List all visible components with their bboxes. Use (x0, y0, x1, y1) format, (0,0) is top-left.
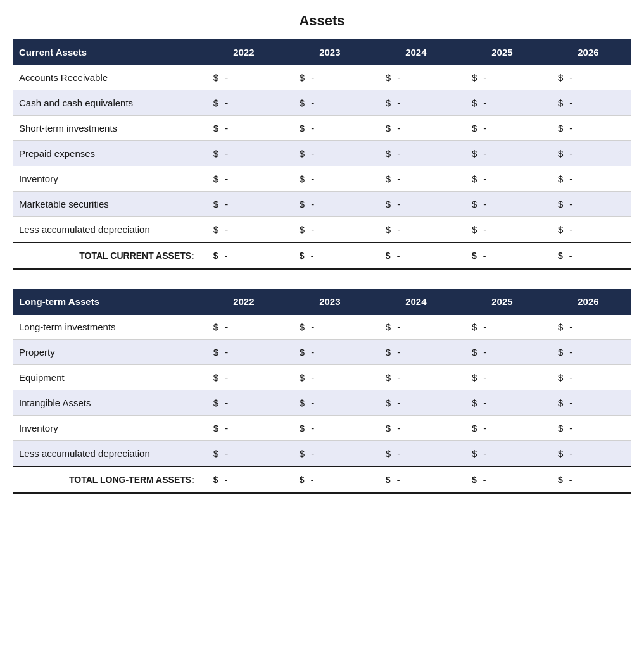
total-value-2: $- (373, 242, 459, 269)
value-text: - (569, 448, 572, 459)
total-value-2: $- (373, 466, 459, 493)
value-text: - (225, 224, 228, 235)
table-row: Inventory$-$-$-$-$- (13, 416, 631, 441)
currency-symbol: $ (558, 148, 563, 159)
currency-symbol: $ (300, 72, 305, 83)
current-assets-section: Current Assets 2022 2023 2024 2025 2026 … (13, 39, 631, 270)
currency-symbol: $ (213, 251, 218, 261)
row-value-1: $- (287, 141, 373, 166)
row-label: Equipment (13, 365, 201, 390)
currency-symbol: $ (558, 448, 563, 459)
currency-symbol: $ (558, 423, 563, 433)
table-row: Intangible Assets$-$-$-$-$- (13, 390, 631, 416)
row-label: Less accumulated depreciation (13, 217, 201, 243)
currency-symbol: $ (472, 251, 477, 261)
value-text: - (569, 148, 572, 159)
currency-symbol: $ (472, 148, 477, 159)
table-row: Equipment$-$-$-$-$- (13, 365, 631, 390)
currency-symbol: $ (300, 199, 305, 209)
total-row: TOTAL CURRENT ASSETS:$-$-$-$-$- (13, 242, 631, 269)
row-value-4: $- (545, 116, 631, 141)
value-text: - (569, 224, 572, 235)
total-value-text: - (311, 251, 314, 261)
currency-symbol: $ (300, 97, 305, 108)
value-text: - (225, 199, 228, 209)
long-term-assets-table: Long-term Assets 2022 2023 2024 2025 202… (13, 289, 631, 494)
value-text: - (397, 199, 400, 209)
value-text: - (311, 347, 314, 358)
row-value-1: $- (287, 90, 373, 116)
row-value-3: $- (459, 441, 545, 467)
currency-symbol: $ (386, 199, 391, 209)
total-value-text: - (483, 251, 486, 261)
value-text: - (311, 72, 314, 83)
value-text: - (569, 372, 572, 383)
total-value-text: - (225, 251, 228, 261)
currency-symbol: $ (300, 148, 305, 159)
row-value-4: $- (545, 390, 631, 416)
value-text: - (397, 321, 400, 332)
currency-symbol: $ (300, 224, 305, 235)
currency-symbol: $ (213, 423, 218, 433)
row-value-1: $- (287, 192, 373, 217)
row-value-2: $- (373, 192, 459, 217)
value-text: - (397, 347, 400, 358)
currency-symbol: $ (386, 347, 391, 358)
currency-symbol: $ (386, 97, 391, 108)
long-term-assets-header-label: Long-term Assets (13, 289, 201, 315)
total-value-3: $- (459, 242, 545, 269)
row-value-0: $- (201, 217, 287, 243)
value-text: - (225, 321, 228, 332)
value-text: - (569, 321, 572, 332)
currency-symbol: $ (558, 199, 563, 209)
current-assets-year-2024: 2024 (373, 39, 459, 65)
currency-symbol: $ (213, 148, 218, 159)
row-value-2: $- (373, 141, 459, 166)
currency-symbol: $ (472, 224, 477, 235)
value-text: - (397, 448, 400, 459)
row-label: Long-term investments (13, 315, 201, 340)
row-value-4: $- (545, 340, 631, 365)
value-text: - (311, 97, 314, 108)
row-value-4: $- (545, 365, 631, 390)
row-value-4: $- (545, 315, 631, 340)
row-value-0: $- (201, 90, 287, 116)
row-value-0: $- (201, 365, 287, 390)
value-text: - (311, 397, 314, 408)
row-value-4: $- (545, 441, 631, 467)
value-text: - (397, 148, 400, 159)
row-value-0: $- (201, 441, 287, 467)
row-value-3: $- (459, 365, 545, 390)
row-value-1: $- (287, 365, 373, 390)
value-text: - (483, 199, 486, 209)
currency-symbol: $ (300, 173, 305, 184)
value-text: - (311, 372, 314, 383)
row-value-1: $- (287, 390, 373, 416)
value-text: - (397, 123, 400, 134)
row-value-3: $- (459, 116, 545, 141)
long-term-assets-year-2025: 2025 (459, 289, 545, 315)
currency-symbol: $ (386, 448, 391, 459)
currency-symbol: $ (472, 475, 477, 485)
value-text: - (397, 72, 400, 83)
currency-symbol: $ (213, 173, 218, 184)
row-value-2: $- (373, 416, 459, 441)
currency-symbol: $ (300, 251, 305, 261)
currency-symbol: $ (386, 475, 391, 485)
row-value-0: $- (201, 141, 287, 166)
row-label: Short-term investments (13, 116, 201, 141)
row-value-1: $- (287, 166, 373, 192)
row-value-3: $- (459, 340, 545, 365)
row-value-3: $- (459, 65, 545, 90)
value-text: - (225, 123, 228, 134)
row-label: Accounts Receivable (13, 65, 201, 90)
total-value-0: $- (201, 242, 287, 269)
row-label: Property (13, 340, 201, 365)
value-text: - (569, 199, 572, 209)
currency-symbol: $ (472, 123, 477, 134)
value-text: - (311, 148, 314, 159)
currency-symbol: $ (558, 123, 563, 134)
row-value-1: $- (287, 65, 373, 90)
currency-symbol: $ (213, 72, 218, 83)
currency-symbol: $ (300, 347, 305, 358)
